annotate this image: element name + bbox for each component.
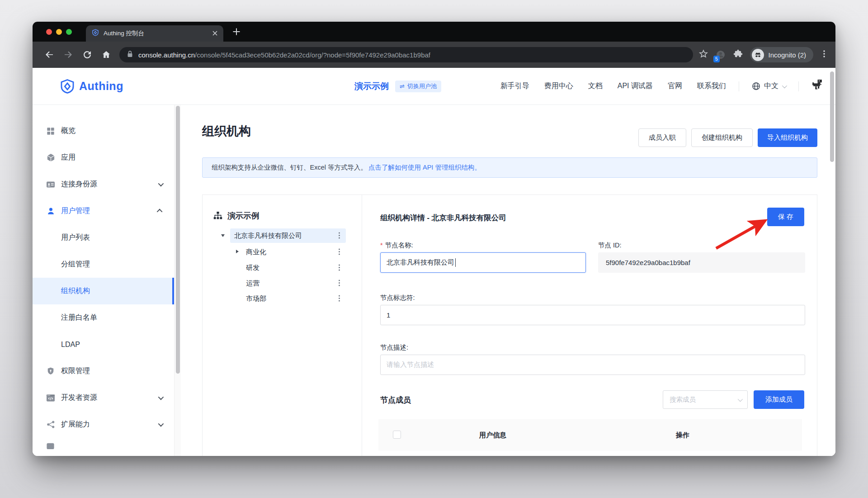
banner-text: 组织架构支持从企业微信、钉钉、Excel 等方式导入。 xyxy=(212,163,367,172)
sidebar-item-developer[interactable]: 开发者资源 xyxy=(33,384,174,411)
close-window-button[interactable] xyxy=(46,29,52,35)
user-icon xyxy=(46,207,55,216)
sidebar-item-group-management[interactable]: 分组管理 xyxy=(33,251,174,278)
caret-down-icon[interactable] xyxy=(221,234,225,237)
minimize-window-button[interactable] xyxy=(56,29,62,35)
node-menu-icon[interactable] xyxy=(339,298,340,299)
language-switcher[interactable]: 中文 xyxy=(752,81,786,91)
nav-item-contact[interactable]: 联系我们 xyxy=(697,81,726,91)
brand-name: Authing xyxy=(79,80,123,93)
forward-icon[interactable] xyxy=(63,49,74,60)
sidebar-item-register-whitelist[interactable]: 注册白名单 xyxy=(33,304,174,331)
org-card: 演示示例 北京非凡科技有限公司 商业化 研发 xyxy=(202,194,817,456)
sidebar-label: 用户列表 xyxy=(61,233,90,242)
browser-menu-icon[interactable] xyxy=(820,50,828,60)
node-desc-placeholder: 请输入节点描述 xyxy=(387,360,434,369)
select-all-checkbox[interactable] xyxy=(393,431,401,439)
sidebar-item-cutoff[interactable] xyxy=(33,438,174,456)
create-org-button[interactable]: 创建组织机构 xyxy=(691,128,753,147)
code-window-icon xyxy=(46,394,55,403)
caret-right-icon[interactable] xyxy=(236,250,239,253)
sidebar-item-user-list[interactable]: 用户列表 xyxy=(33,224,174,251)
sidebar-item-ldap[interactable]: LDAP xyxy=(33,331,174,358)
app-body: 概览 应用 连接身份源 xyxy=(33,105,835,456)
toolbar-right-icons: 5 Incognito (2) xyxy=(698,47,828,62)
nav-item-website[interactable]: 官网 xyxy=(668,81,682,91)
bookmark-star-icon[interactable] xyxy=(698,49,708,61)
tree-node-business[interactable]: 商业化 xyxy=(246,245,266,259)
sidebar-item-extension[interactable]: 扩展能力 xyxy=(33,411,174,438)
import-org-button[interactable]: 导入组织机构 xyxy=(758,128,817,147)
nav-item-guide[interactable]: 新手引导 xyxy=(500,81,529,91)
node-desc-input[interactable]: 请输入节点描述 xyxy=(380,355,805,375)
sidebar-label: 组织机构 xyxy=(61,286,90,296)
app-header: Authing 演示示例 切换用户池 新手引导 费用中心 文档 API 调试器 … xyxy=(33,68,835,105)
divider xyxy=(739,81,739,91)
lock-icon[interactable] xyxy=(127,50,133,60)
nav-item-billing[interactable]: 费用中心 xyxy=(544,81,573,91)
switch-pool-button[interactable]: 切换用户池 xyxy=(395,81,441,92)
page-scrollbar-thumb[interactable] xyxy=(830,71,834,162)
node-menu-icon[interactable] xyxy=(339,251,340,252)
node-name-input[interactable]: 北京非凡科技有限公司 xyxy=(380,252,586,273)
share-nodes-icon xyxy=(46,420,55,429)
tree-root[interactable]: 演示示例 xyxy=(213,210,259,221)
sidebar-item-user-management[interactable]: 用户管理 xyxy=(33,198,174,224)
page-actions: 成员入职 创建组织机构 导入组织机构 xyxy=(638,128,817,147)
member-search-select[interactable]: 搜索成员 xyxy=(663,390,748,409)
authing-logo[interactable]: Authing xyxy=(60,68,123,104)
url-host: console.authing.cn xyxy=(138,51,195,59)
sidebar-scrollbar-thumb[interactable] xyxy=(176,106,180,374)
home-icon[interactable] xyxy=(101,49,112,60)
save-button[interactable]: 保 存 xyxy=(767,208,804,226)
browser-tab[interactable]: Authing 控制台 xyxy=(86,25,223,42)
tab-close-icon[interactable] xyxy=(212,29,217,38)
new-tab-button[interactable] xyxy=(232,28,241,36)
page-scrollbar[interactable] xyxy=(829,68,835,456)
banner-link[interactable]: 点击了解如何使用 API 管理组织结构。 xyxy=(368,163,481,172)
sidebar-item-organization[interactable]: 组织机构 xyxy=(33,278,174,304)
tree-node-operations[interactable]: 运营 xyxy=(246,276,259,290)
tab-favicon-shield-icon xyxy=(92,29,99,38)
browser-window: Authing 控制台 console.authing.cn/console/5… xyxy=(33,22,835,456)
tree-node-company[interactable]: 北京非凡科技有限公司 xyxy=(230,228,346,243)
tree-node-label: 北京非凡科技有限公司 xyxy=(234,232,302,240)
org-detail-pane: 组织机构详情 - 北京非凡科技有限公司 保 存 *节点名称: xyxy=(362,195,817,456)
window-controls xyxy=(46,29,72,35)
node-menu-icon[interactable] xyxy=(339,282,340,284)
shield-icon xyxy=(46,367,55,376)
tree-node-marketing[interactable]: 市场部 xyxy=(246,291,266,306)
tree-node-label: 市场部 xyxy=(246,294,266,303)
sidebar-item-overview[interactable]: 概览 xyxy=(33,118,174,144)
incognito-label: Incognito (2) xyxy=(769,51,806,59)
member-onboard-button[interactable]: 成员入职 xyxy=(638,128,686,147)
sidebar-scrollbar[interactable] xyxy=(174,105,181,456)
node-code-input[interactable]: 1 xyxy=(380,305,805,325)
back-icon[interactable] xyxy=(44,49,55,60)
extensions-puzzle-icon[interactable] xyxy=(733,49,743,61)
node-desc-label: 节点描述: xyxy=(380,343,408,352)
zoom-window-button[interactable] xyxy=(66,29,72,35)
address-bar[interactable]: console.authing.cn/console/5f45cad3ece50… xyxy=(119,47,693,62)
member-search-placeholder: 搜索成员 xyxy=(670,395,696,404)
console-page: Authing 演示示例 切换用户池 新手引导 费用中心 文档 API 调试器 … xyxy=(33,68,835,456)
sidebar-label: 注册白名单 xyxy=(61,313,97,323)
nav-item-docs[interactable]: 文档 xyxy=(588,81,603,91)
sidebar-item-identity-sources[interactable]: 连接身份源 xyxy=(33,171,174,198)
sidebar-label: 开发者资源 xyxy=(61,393,97,403)
sidebar-item-apps[interactable]: 应用 xyxy=(33,144,174,171)
node-menu-icon[interactable] xyxy=(339,267,340,268)
reload-icon[interactable] xyxy=(82,49,93,60)
extension-with-badge-icon[interactable]: 5 xyxy=(715,49,726,60)
sidebar-label: 用户管理 xyxy=(61,206,90,216)
tree-node-rnd[interactable]: 研发 xyxy=(246,261,259,275)
chevron-down-icon xyxy=(158,394,164,400)
dino-avatar-icon[interactable] xyxy=(811,79,823,93)
user-pool-name[interactable]: 演示示例 xyxy=(354,81,389,92)
sidebar-item-permission[interactable]: 权限管理 xyxy=(33,358,174,384)
incognito-profile-chip[interactable]: Incognito (2) xyxy=(750,47,813,62)
text-cursor xyxy=(455,258,456,267)
add-member-button[interactable]: 添加成员 xyxy=(754,390,804,409)
nav-item-api-debugger[interactable]: API 调试器 xyxy=(618,81,653,91)
node-code-label: 节点标志符: xyxy=(380,294,415,302)
